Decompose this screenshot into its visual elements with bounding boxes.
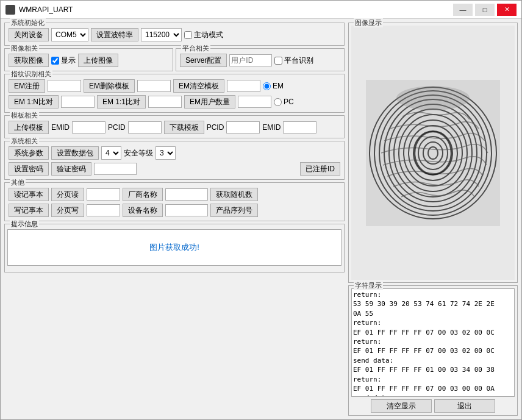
download-template-button[interactable]: 下载模板 <box>164 121 204 134</box>
show-checkbox-label: 显示 <box>51 55 76 66</box>
pc-radio-label: PC <box>274 98 294 106</box>
em-radio[interactable] <box>263 82 271 90</box>
system-group: 系统相关 系统参数 设置数据包 4123 安全等级 31245 设置密码 验证密… <box>4 141 345 180</box>
system-row1: 系统参数 设置数据包 4123 安全等级 31245 <box>9 146 340 160</box>
active-mode-checkbox[interactable] <box>184 31 192 39</box>
image-display-group: 图像显示 <box>348 23 518 283</box>
set-password-button[interactable]: 设置密码 <box>9 162 49 176</box>
em-user-count-button[interactable]: EM用户数量 <box>184 95 235 109</box>
other-row2: 写记事本 分页写 设备名称 产品序列号 <box>9 204 340 217</box>
system-init-row: 关闭设备 COM5 COM1 COM2 COM3 设置波特率 115200 96… <box>9 28 340 41</box>
baud-select[interactable]: 115200 9600 19200 38400 57600 <box>141 28 182 41</box>
set-baud-button[interactable]: 设置波特率 <box>91 28 138 41</box>
em-radio-text: EM <box>273 82 284 90</box>
main-window: WMRAPI_UART — □ ✕ 系统初始化 关闭设备 COM5 COM1 C… <box>0 0 522 420</box>
page-write-button[interactable]: 分页写 <box>51 204 84 217</box>
security-select[interactable]: 31245 <box>156 146 176 160</box>
verify-password-button[interactable]: 验证密码 <box>51 162 91 176</box>
emid-label2: EMID <box>262 123 281 132</box>
emid-input1[interactable] <box>72 121 105 133</box>
pcid-input2[interactable] <box>226 121 260 133</box>
com-select[interactable]: COM5 COM1 COM2 COM3 <box>51 28 88 41</box>
em-11-button[interactable]: EM 1:1比对 <box>97 95 146 109</box>
get-random-button[interactable]: 获取随机数 <box>210 188 258 201</box>
exit-button[interactable]: 退出 <box>434 399 495 413</box>
page-read-input[interactable] <box>87 188 120 201</box>
em-delete-input[interactable] <box>137 80 171 92</box>
window-title: WMRAPI_UART <box>19 5 453 14</box>
page-write-input[interactable] <box>87 204 120 216</box>
upload-image-button[interactable]: 上传图像 <box>78 54 118 67</box>
close-button[interactable]: ✕ <box>497 4 517 16</box>
upload-template-button[interactable]: 上传模板 <box>9 121 49 134</box>
image-label: 图像相关 <box>10 44 39 53</box>
show-text: 显示 <box>61 55 76 66</box>
em-delete-template-button[interactable]: EM删除模板 <box>84 79 135 93</box>
packet-select[interactable]: 4123 <box>101 146 121 160</box>
system-row2: 设置密码 验证密码 已注册ID <box>9 162 340 176</box>
char-display-label: 字符显示 <box>354 281 383 290</box>
read-notepad-button[interactable]: 读记事本 <box>9 188 49 201</box>
log-content[interactable]: return: 53 59 30 39 20 53 74 61 72 74 2E… <box>351 288 515 397</box>
system-init-group: 系统初始化 关闭设备 COM5 COM1 COM2 COM3 设置波特率 115… <box>4 23 345 46</box>
maximize-button[interactable]: □ <box>475 4 495 16</box>
active-mode-text: 主动模式 <box>194 30 223 40</box>
get-image-button[interactable]: 获取图像 <box>9 54 49 67</box>
platform-label: 平台相关 <box>181 44 210 53</box>
titlebar: WMRAPI_UART — □ ✕ <box>1 1 521 19</box>
image-display-label: 图像显示 <box>354 18 383 27</box>
hint-message: 图片获取成功! <box>149 242 199 253</box>
log-buttons: 清空显示 退出 <box>351 399 515 413</box>
registered-id-button[interactable]: 已注册ID <box>300 162 340 176</box>
pc-radio[interactable] <box>274 98 282 106</box>
manufacturer-button[interactable]: 厂商名称 <box>123 188 163 201</box>
em-clear-template-button[interactable]: EM清空模板 <box>173 79 224 93</box>
char-display-group: 字符显示 return: 53 59 30 39 20 53 74 61 72 … <box>348 285 518 416</box>
minimize-button[interactable]: — <box>453 4 473 16</box>
other-label: 其他 <box>10 178 26 187</box>
em-register-button[interactable]: EM注册 <box>9 79 45 93</box>
device-name-button[interactable]: 设备名称 <box>123 204 163 217</box>
server-config-button[interactable]: Server配置 <box>180 54 227 67</box>
close-device-button[interactable]: 关闭设备 <box>9 28 49 41</box>
em-11-input[interactable] <box>148 96 182 108</box>
em-user-count-input[interactable] <box>238 96 271 108</box>
em-radio-label: EM <box>263 82 284 90</box>
other-group: 其他 读记事本 分页读 厂商名称 获取随机数 写记事本 分页写 设备名称 产品序… <box>4 182 345 221</box>
fingerprint-row1: EM注册 EM删除模板 EM清空模板 EM <box>9 79 340 93</box>
hint-group: 提示信息 图片获取成功! <box>4 224 345 272</box>
device-name-input[interactable] <box>165 204 208 216</box>
clear-display-button[interactable]: 清空显示 <box>371 399 432 413</box>
fingerprint-row2: EM 1:N比对 EM 1:1比对 EM用户数量 PC <box>9 95 340 109</box>
page-read-button[interactable]: 分页读 <box>51 188 84 201</box>
left-panel: 系统初始化 关闭设备 COM5 COM1 COM2 COM3 设置波特率 115… <box>4 23 345 416</box>
fingerprint-group: 指纹识别相关 EM注册 EM删除模板 EM清空模板 EM EM 1:N比对 <box>4 74 345 113</box>
sys-params-button[interactable]: 系统参数 <box>9 146 49 160</box>
pcid-label1: PCID <box>108 123 126 132</box>
pcid-input1[interactable] <box>128 121 162 133</box>
emid-input2[interactable] <box>283 121 316 133</box>
em-1n-input[interactable] <box>61 96 95 108</box>
password-input[interactable] <box>94 163 137 175</box>
write-notepad-button[interactable]: 写记事本 <box>9 204 49 217</box>
svg-point-14 <box>396 86 470 110</box>
em-1n-button[interactable]: EM 1:N比对 <box>9 95 59 109</box>
em-clear-input[interactable] <box>227 80 260 92</box>
product-serial-button[interactable]: 产品序列号 <box>210 204 258 217</box>
template-label: 模板相关 <box>10 111 39 120</box>
template-row: 上传模板 EMID PCID 下载模板 PCID EMID <box>9 121 340 134</box>
active-mode-checkbox-label: 主动模式 <box>184 30 223 40</box>
set-data-packet-button[interactable]: 设置数据包 <box>51 146 99 160</box>
platform-id-checkbox[interactable] <box>274 57 282 65</box>
right-panel: 图像显示 <box>348 23 518 416</box>
app-icon <box>5 5 15 15</box>
show-checkbox[interactable] <box>51 57 59 65</box>
fingerprint-label: 指纹识别相关 <box>10 69 52 79</box>
platform-id-text: 平台识别 <box>284 55 313 66</box>
main-content: 系统初始化 关闭设备 COM5 COM1 COM2 COM3 设置波特率 115… <box>1 19 521 419</box>
user-id-input[interactable] <box>229 54 272 66</box>
manufacturer-input[interactable] <box>165 188 208 201</box>
em-register-input[interactable] <box>48 80 81 92</box>
emid-label1: EMID <box>51 123 70 132</box>
platform-id-label-wrap: 平台识别 <box>274 55 313 66</box>
